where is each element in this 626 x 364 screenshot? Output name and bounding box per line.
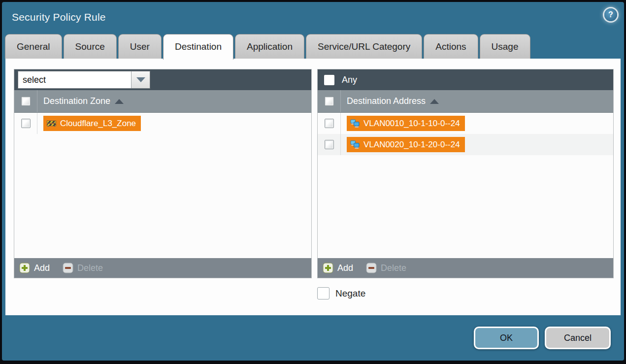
address-panel-header: Any <box>318 69 613 90</box>
address-list: VLAN0010_10-1-10-0--24 <box>318 113 613 258</box>
tab-user[interactable]: User <box>118 34 162 59</box>
address-item[interactable]: VLAN0010_10-1-10-0--24 <box>347 116 465 131</box>
zone-select-all-checkbox[interactable] <box>21 97 31 106</box>
tab-general[interactable]: General <box>5 34 62 59</box>
address-column-header[interactable]: Destination Address <box>318 90 613 113</box>
add-label: Add <box>34 263 50 273</box>
any-checkbox[interactable] <box>324 75 334 85</box>
address-item[interactable]: VLAN0020_10-1-20-0--24 <box>347 137 465 152</box>
tab-destination[interactable]: Destination <box>163 34 233 60</box>
security-policy-rule-dialog: Security Policy Rule ? General Source Us… <box>2 2 624 361</box>
sort-ascending-icon <box>115 99 124 104</box>
address-panel-footer: Add Delete <box>318 258 613 278</box>
destination-address-panel: Any Destination Address <box>317 69 614 278</box>
destination-zone-panel: Destination Zone <box>14 69 312 278</box>
any-label: Any <box>342 75 357 85</box>
negate-label: Negate <box>335 288 365 299</box>
delete-zone-button[interactable]: Delete <box>63 263 103 273</box>
delete-icon <box>366 263 377 273</box>
tab-service-url-category[interactable]: Service/URL Category <box>306 34 422 59</box>
tab-content-destination: Destination Zone <box>5 59 621 315</box>
table-row: VLAN0010_10-1-10-0--24 <box>318 113 613 134</box>
address-row-checkbox[interactable] <box>325 140 334 149</box>
zone-row-checkbox[interactable] <box>21 119 31 128</box>
negate-checkbox[interactable] <box>317 287 329 299</box>
add-icon <box>323 263 333 273</box>
negate-option[interactable]: Negate <box>317 287 365 299</box>
address-icon <box>350 119 360 128</box>
delete-label: Delete <box>77 263 103 273</box>
zone-select-combo[interactable] <box>18 71 150 89</box>
zone-item[interactable]: Cloudflare_L3_Zone <box>43 116 141 131</box>
address-select-all-checkbox[interactable] <box>325 97 334 106</box>
address-row-checkbox[interactable] <box>325 119 334 128</box>
cancel-button[interactable]: Cancel <box>545 327 611 349</box>
ok-button[interactable]: OK <box>474 327 539 349</box>
tab-application[interactable]: Application <box>235 34 304 59</box>
dialog-title: Security Policy Rule <box>12 11 106 23</box>
add-label: Add <box>337 263 353 273</box>
delete-icon <box>63 263 73 273</box>
zone-icon <box>47 120 56 127</box>
zone-select-input[interactable] <box>18 71 131 88</box>
zone-panel-footer: Add Delete <box>14 258 311 278</box>
zone-panel-header <box>14 69 311 90</box>
add-zone-button[interactable]: Add <box>19 263 50 273</box>
chevron-down-icon <box>136 77 145 82</box>
zone-column-header[interactable]: Destination Zone <box>14 90 311 113</box>
delete-label: Delete <box>381 263 406 273</box>
tab-bar: General Source User Destination Applicat… <box>5 34 530 59</box>
address-item-label: VLAN0020_10-1-20-0--24 <box>363 140 460 150</box>
sort-ascending-icon <box>430 99 439 104</box>
help-icon[interactable]: ? <box>604 8 617 21</box>
add-address-button[interactable]: Add <box>323 263 353 273</box>
address-icon <box>350 140 360 149</box>
address-column-label: Destination Address <box>347 96 426 106</box>
tab-source[interactable]: Source <box>64 34 117 59</box>
zone-column-label: Destination Zone <box>43 96 110 106</box>
table-row: VLAN0020_10-1-20-0--24 <box>318 134 613 155</box>
zone-item-label: Cloudflare_L3_Zone <box>60 119 136 129</box>
delete-address-button[interactable]: Delete <box>366 263 406 273</box>
add-icon <box>19 263 30 273</box>
table-row: Cloudflare_L3_Zone <box>14 113 311 134</box>
tab-actions[interactable]: Actions <box>424 34 478 59</box>
zone-list: Cloudflare_L3_Zone <box>14 113 311 258</box>
tab-usage[interactable]: Usage <box>480 34 530 59</box>
address-item-label: VLAN0010_10-1-10-0--24 <box>363 119 460 129</box>
zone-select-dropdown-button[interactable] <box>131 71 150 88</box>
